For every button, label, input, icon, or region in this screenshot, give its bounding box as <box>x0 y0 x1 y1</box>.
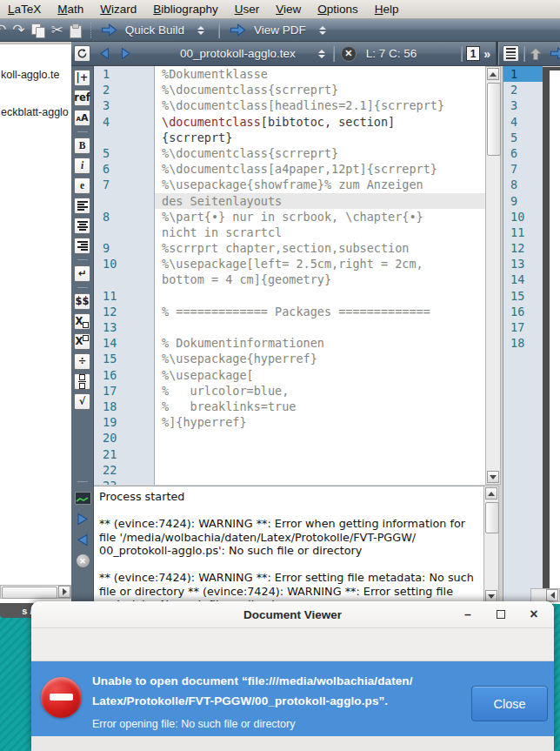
screenshot-icon[interactable] <box>75 492 91 505</box>
back-icon[interactable] <box>98 47 111 60</box>
menu-user[interactable]: User <box>235 3 260 16</box>
view-pdf-label[interactable]: View PDF <box>254 23 306 37</box>
fontsize-icon[interactable]: AA <box>74 110 90 126</box>
editor-row[interactable]: 3%\documentclass[headlines=2.1]{scrreprt… <box>94 97 485 113</box>
scroll-right-icon[interactable] <box>58 586 70 598</box>
close-window-icon[interactable]: × <box>529 609 539 620</box>
bold-icon[interactable]: B <box>74 137 90 154</box>
align-center-icon[interactable] <box>74 218 90 234</box>
scroll-left-icon[interactable] <box>546 589 558 601</box>
menu-options[interactable]: Options <box>317 3 358 16</box>
menu-wizard[interactable]: Wizard <box>100 3 137 16</box>
align-right-icon[interactable] <box>74 238 90 254</box>
editor-row[interactable]: 22 <box>94 462 485 478</box>
scroll-up-icon[interactable] <box>487 68 499 80</box>
editor-row[interactable]: 2%\documentclass{scrreprt} <box>94 82 485 97</box>
editor-row[interactable]: 5%\documentclass{scrreprt} <box>94 145 485 161</box>
editor-row[interactable]: 16%\usepackage[ <box>94 367 485 383</box>
up-arrow-icon[interactable] <box>529 47 543 61</box>
close-button[interactable]: Close <box>471 686 548 721</box>
paste-icon[interactable] <box>70 23 82 37</box>
editor-row[interactable]: {scrreprt} <box>94 130 485 145</box>
editor-row[interactable]: 13 <box>94 319 485 335</box>
editor-row[interactable]: 15%\usepackage{hyperref} <box>94 351 485 366</box>
quick-build-run-icon[interactable] <box>101 23 117 37</box>
editor-row[interactable]: 18% breaklinks=true <box>94 399 485 414</box>
line-number <box>94 193 155 209</box>
undo-icon[interactable]: ↶ <box>0 21 6 40</box>
editor-row[interactable]: 4\documentclass[bibtotoc, section] <box>94 114 485 130</box>
scroll-up-icon[interactable] <box>485 487 497 500</box>
run-arrow-icon[interactable] <box>550 47 560 60</box>
stop-icon[interactable]: ✕ <box>77 554 90 567</box>
page-indicator[interactable]: 1 <box>466 46 480 61</box>
file-panel-hscrollbar[interactable] <box>0 585 71 599</box>
italic-icon[interactable]: i <box>74 158 90 174</box>
editor-row[interactable]: 17% urlcolor=blue, <box>94 383 485 399</box>
close-document-icon[interactable]: ✕ <box>342 47 356 61</box>
scroll-down-icon[interactable] <box>485 590 497 602</box>
file-item[interactable]: koll-agglo.te <box>0 69 71 81</box>
sqrt-icon[interactable]: √ <box>74 393 90 410</box>
forward-search-icon[interactable] <box>77 513 89 526</box>
editor-row[interactable]: 23 <box>94 478 485 485</box>
redo-icon[interactable]: ↷ <box>12 21 24 40</box>
scroll-down-icon[interactable] <box>487 471 499 483</box>
editor-row[interactable]: 11 <box>94 288 485 304</box>
reload-icon[interactable] <box>74 45 90 62</box>
menu-bibliography[interactable]: Bibliography <box>153 3 217 16</box>
division-icon[interactable]: ÷ <box>74 353 90 370</box>
subscript-icon[interactable]: X <box>74 313 90 330</box>
menu-view[interactable]: View <box>276 3 301 16</box>
log-vscrollbar[interactable] <box>483 486 499 604</box>
file-item[interactable]: eckblatt-agglo <box>0 106 71 118</box>
dialog-titlebar[interactable]: Document Viewer – × <box>31 601 554 628</box>
fraction-icon[interactable] <box>74 373 90 390</box>
editor-row[interactable]: 12% ============= Packages ============= <box>94 304 485 319</box>
editor-code[interactable]: 1%Dokumentklasse2%\documentclass{scrrepr… <box>94 66 485 485</box>
tab-filename[interactable]: 00_protokoll-agglo.tex <box>180 47 296 60</box>
editor-row[interactable]: 1%Dokumentklasse <box>94 66 485 82</box>
editor-row[interactable]: 6%\documentclass[a4paper,12pt]{scrreprt} <box>94 161 485 177</box>
forward-icon[interactable] <box>119 47 132 60</box>
superscript-icon[interactable]: X <box>74 333 90 350</box>
overflow-chevron[interactable]: » <box>483 47 490 61</box>
minimize-icon[interactable]: – <box>463 609 473 620</box>
newline-icon[interactable]: ↵ <box>74 265 90 282</box>
tabular-icon[interactable]: |+ <box>74 70 90 86</box>
preview-hscrollbar[interactable] <box>530 588 560 602</box>
menu-math[interactable]: Math <box>57 3 83 16</box>
editor-row[interactable]: 21 <box>94 446 485 462</box>
editor-vscrollbar[interactable] <box>485 66 501 485</box>
editor-row[interactable]: bottom = 4 cm]{geometry} <box>94 272 485 287</box>
cut-icon[interactable]: ✂ <box>51 21 63 40</box>
editor-row[interactable]: 8%\part{•} nur in scrbook, \chapter{•} <box>94 209 485 225</box>
menu-help[interactable]: Help <box>375 3 399 16</box>
quick-build-label[interactable]: Quick Build <box>125 23 184 37</box>
display-math-icon[interactable]: $$ <box>74 293 90 310</box>
back-search-icon[interactable] <box>77 533 89 546</box>
editor-row[interactable]: nicht in scrartcl <box>94 225 485 240</box>
ref-icon[interactable]: ref <box>74 90 90 106</box>
editor-row[interactable]: 10%\usepackage[left= 2.5cm,right = 2cm, <box>94 256 485 272</box>
copy-icon[interactable] <box>31 23 45 37</box>
emph-icon[interactable]: e <box>74 178 90 194</box>
scrollbar-thumb[interactable] <box>2 587 57 599</box>
menu-latex[interactable]: LaTeX <box>8 3 41 16</box>
scrollbar-thumb[interactable] <box>485 502 499 533</box>
editor-row[interactable]: des Seitenlayouts <box>94 193 485 209</box>
editor-row[interactable]: 9%scrrprt chapter,section,subsection <box>94 240 485 256</box>
view-pdf-selector-icon[interactable] <box>319 26 326 35</box>
editor-row[interactable]: 19%]{hyperref} <box>94 414 485 430</box>
editor-row[interactable]: 7%\usepackage{showframe}% zum Anzeigen <box>94 177 485 192</box>
structure-list-icon[interactable] <box>503 45 519 62</box>
maximize-icon[interactable] <box>496 609 506 620</box>
log-line <box>99 558 478 572</box>
editor-row[interactable]: 14% Dokumentinformationen <box>94 335 485 351</box>
align-left-icon[interactable] <box>74 198 90 214</box>
quick-build-selector-icon[interactable] <box>197 26 204 35</box>
document-switcher-icon[interactable] <box>318 50 325 58</box>
scrollbar-thumb[interactable] <box>487 83 501 156</box>
editor-row[interactable]: 20 <box>94 430 485 446</box>
view-pdf-run-icon[interactable] <box>230 23 246 37</box>
